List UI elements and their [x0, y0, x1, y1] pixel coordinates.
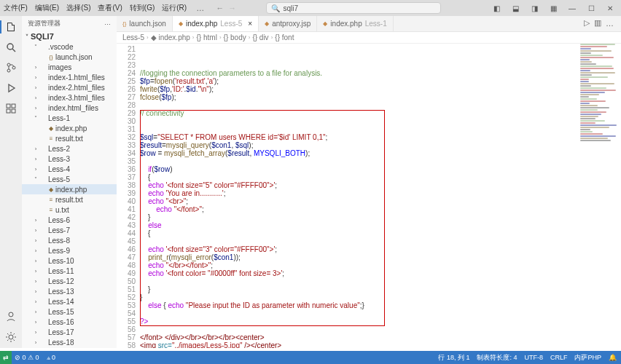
tree-folder[interactable]: ›index-2.html_files	[22, 82, 117, 92]
layout-panel-bottom-icon[interactable]: ⬓	[509, 4, 522, 12]
layout-panel-left-icon[interactable]: ◧	[490, 4, 503, 12]
breadcrumb-item[interactable]: {} body	[224, 33, 246, 41]
extensions-icon[interactable]	[4, 102, 17, 115]
svg-point-4	[12, 66, 15, 69]
menu-overflow[interactable]: …	[190, 4, 210, 12]
settings-icon[interactable]	[4, 331, 17, 344]
svg-point-10	[9, 312, 13, 317]
tree-folder[interactable]: ›index-3.html_files	[22, 92, 117, 103]
menu-item[interactable]: 转到(G)	[126, 3, 158, 13]
editor-tab[interactable]: ◆antproxy.jsp	[259, 16, 317, 31]
tree-folder[interactable]: ›Less-18	[22, 337, 117, 347]
breadcrumb-item[interactable]: Less-5	[122, 33, 144, 41]
svg-point-3	[7, 69, 10, 72]
editor-tabs: {}launch.json◆index.phpLess-5×◆antproxy.…	[117, 16, 621, 32]
layout-panel-right-icon[interactable]: ◨	[528, 4, 541, 12]
tree-folder[interactable]: ›Less-11	[22, 266, 117, 276]
maximize-icon[interactable]: ☐	[585, 4, 598, 12]
svg-point-2	[7, 63, 10, 66]
status-tabsize[interactable]: 制表符长度: 4	[477, 353, 517, 363]
search-tab-icon[interactable]	[4, 41, 17, 54]
split-icon[interactable]: ▥	[594, 18, 601, 28]
menu-item[interactable]: 运行(R)	[158, 3, 190, 13]
tree-file[interactable]: ◆index.php	[22, 184, 117, 194]
editor-tab[interactable]: {}launch.json	[117, 16, 173, 31]
tree-file[interactable]: ≡u.txt	[22, 205, 117, 215]
tree-file[interactable]: ◆index.php	[22, 123, 117, 133]
tree-folder[interactable]: ›Less-4	[22, 164, 117, 174]
run-icon[interactable]: ▷	[584, 18, 590, 28]
status-bar: ⇄ ⊘ 0 ⚠ 0 ⟁ 0 行 18, 列 1 制表符长度: 4 UTF-8 C…	[0, 351, 621, 364]
layout-customize-icon[interactable]: ▦	[547, 4, 560, 12]
breadcrumb[interactable]: Less-5›◆ index.php›{} html›{} body›{} di…	[117, 32, 621, 44]
search-text: sqli7	[283, 4, 298, 12]
tree-folder[interactable]: ›Less-14	[22, 296, 117, 306]
more-icon[interactable]: …	[606, 19, 614, 28]
tab-close-icon[interactable]: ×	[248, 20, 252, 28]
status-errors[interactable]: ⊘ 0 ⚠ 0	[15, 354, 39, 361]
tree-folder[interactable]: ›Less-16	[22, 317, 117, 327]
tree-folder[interactable]: ›index-1.html_files	[22, 72, 117, 82]
tree-folder[interactable]: ˅.vscode	[22, 41, 117, 52]
svg-rect-7	[12, 104, 15, 108]
tree-folder[interactable]: ›index.html_files	[22, 103, 117, 113]
search-icon: 🔍	[271, 4, 280, 12]
breadcrumb-item[interactable]: {} font	[275, 33, 294, 41]
tree-folder[interactable]: ›Less-6	[22, 215, 117, 225]
tree-folder[interactable]: ›Less-13	[22, 286, 117, 296]
tree-folder[interactable]: ›Less-10	[22, 256, 117, 266]
tree-file[interactable]: {}launch.json	[22, 52, 117, 62]
breadcrumb-item[interactable]: {} div	[252, 33, 268, 41]
tree-folder[interactable]: ›Less-7	[22, 225, 117, 235]
svg-marker-5	[9, 84, 15, 92]
menu-item[interactable]: 查看(V)	[94, 3, 125, 13]
svg-point-11	[9, 335, 13, 339]
explorer-icon[interactable]	[0, 20, 20, 33]
scm-icon[interactable]	[4, 61, 17, 74]
command-center[interactable]: 🔍 sqli7	[266, 2, 441, 14]
tree-root[interactable]: ˅SQLI7	[22, 31, 117, 41]
activity-bar	[0, 16, 22, 348]
editor-tab[interactable]: ◆index.phpLess-1	[317, 16, 393, 31]
status-bell-icon[interactable]: 🔔	[609, 354, 617, 361]
status-encoding[interactable]: UTF-8	[524, 354, 543, 361]
minimize-icon[interactable]: —	[566, 4, 579, 12]
tree-folder[interactable]: ˅Less-5	[22, 174, 117, 184]
nav-back-icon[interactable]: ←	[216, 4, 224, 12]
minimap[interactable]	[580, 44, 621, 167]
tree-folder[interactable]: ›Less-2	[22, 143, 117, 154]
tree-folder[interactable]: ›Less-3	[22, 154, 117, 164]
status-lang[interactable]: 内萨PHP	[574, 353, 601, 363]
svg-rect-8	[7, 109, 10, 113]
status-position[interactable]: 行 18, 列 1	[438, 353, 469, 363]
tree-folder[interactable]: ›Less-19	[22, 347, 117, 348]
svg-rect-6	[7, 104, 10, 108]
svg-rect-9	[12, 109, 15, 113]
remote-icon[interactable]: ⇄	[0, 351, 12, 364]
tree-folder[interactable]: ›images	[22, 62, 117, 72]
status-ports[interactable]: ⟁ 0	[47, 354, 56, 361]
debug-icon[interactable]	[4, 82, 17, 95]
nav-fwd-icon[interactable]: →	[228, 4, 236, 12]
code-editor[interactable]: //logging the connection parameters to a…	[140, 44, 621, 348]
breadcrumb-item[interactable]: {} html	[197, 33, 217, 41]
tree-file[interactable]: ≡result.txt	[22, 194, 117, 205]
tree-file[interactable]: ≡result.txt	[22, 133, 117, 143]
sidebar-more-icon[interactable]: …	[104, 19, 111, 28]
tree-folder[interactable]: ›Less-12	[22, 276, 117, 286]
tree-folder[interactable]: ›Less-8	[22, 235, 117, 245]
tree-folder[interactable]: ›Less-15	[22, 306, 117, 317]
menu-item[interactable]: 文件(F)	[0, 3, 31, 13]
menu-item[interactable]: 编辑(E)	[31, 3, 63, 13]
status-eol[interactable]: CRLF	[550, 354, 568, 361]
editor-tab[interactable]: ◆index.phpLess-5×	[173, 16, 259, 31]
close-icon[interactable]: ✕	[604, 4, 617, 12]
line-numbers: 2122232425262728293031323334353637383940…	[117, 44, 140, 348]
breadcrumb-item[interactable]: ◆ index.php	[151, 33, 190, 41]
menu-item[interactable]: 选择(S)	[63, 3, 94, 13]
tree-folder[interactable]: ›Less-17	[22, 327, 117, 337]
tree-folder[interactable]: ˅Less-1	[22, 113, 117, 123]
tree-folder[interactable]: ›Less-9	[22, 245, 117, 256]
account-icon[interactable]	[4, 310, 17, 323]
svg-line-1	[12, 49, 15, 52]
